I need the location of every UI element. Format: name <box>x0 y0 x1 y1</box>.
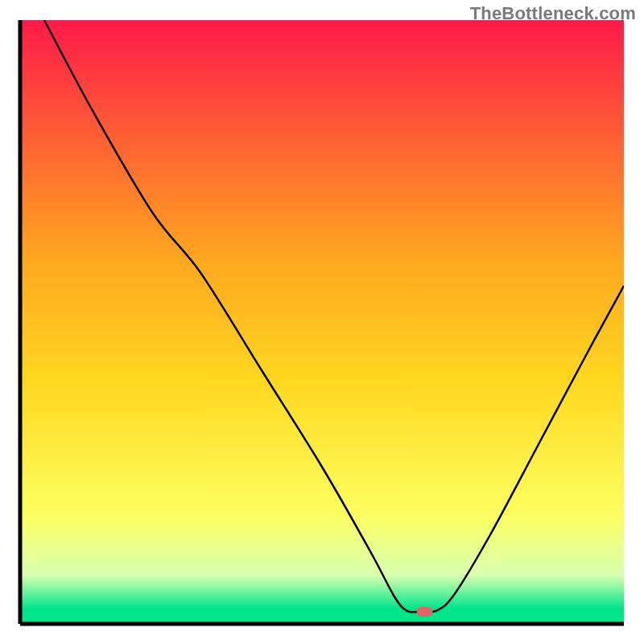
chart-svg <box>0 0 644 644</box>
bottleneck-chart: TheBottleneck.com <box>0 0 644 644</box>
watermark-text: TheBottleneck.com <box>470 3 636 24</box>
gradient-background <box>20 20 624 624</box>
optimal-marker <box>417 607 433 617</box>
